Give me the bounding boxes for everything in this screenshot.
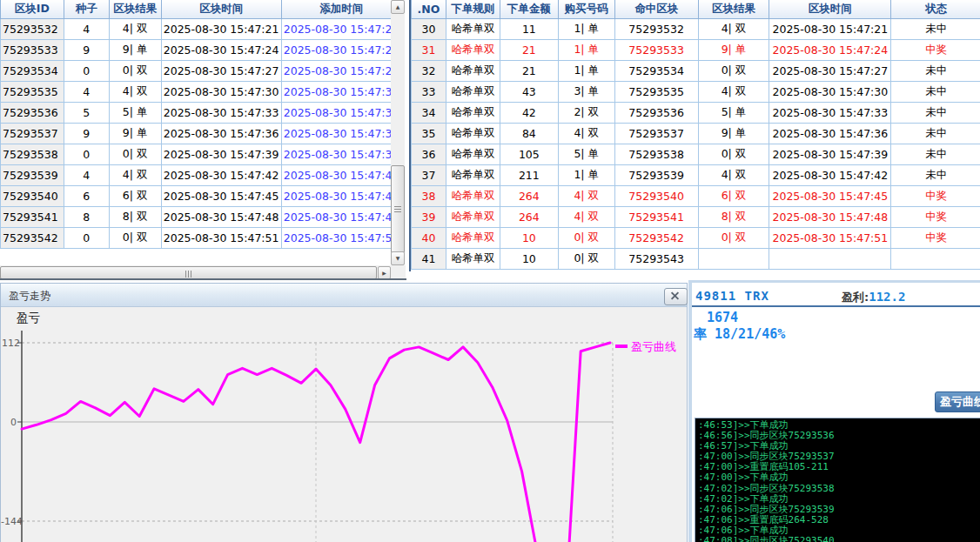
table-row[interactable]: 38哈希单双2644| 双752935406| 双2025-08-30 15:4…	[412, 186, 980, 207]
table-cell[interactable]: 2025-08-30 15:47:36	[769, 124, 891, 144]
table-row[interactable]: 39哈希单双2644| 双752935418| 双2025-08-30 15:4…	[412, 207, 980, 228]
table-cell[interactable]: 0| 双	[558, 249, 614, 270]
table-cell[interactable]: 105	[500, 144, 558, 165]
table-row[interactable]: 37哈希单双2111| 单752935394| 双2025-08-30 15:4…	[412, 165, 980, 186]
table-cell[interactable]: 2| 双	[558, 103, 614, 124]
table-cell[interactable]: 哈希单双	[446, 165, 500, 186]
table-cell[interactable]: 0| 双	[698, 61, 769, 82]
table-cell[interactable]: 2025-08-30 15:47:39	[769, 144, 891, 165]
table-cell[interactable]: 0| 双	[109, 144, 161, 165]
table-cell[interactable]: 2025-08-30 15:47:45	[161, 186, 281, 207]
table-cell[interactable]: 75293534	[1, 61, 64, 82]
table-cell[interactable]: 0| 双	[109, 228, 161, 249]
table-row[interactable]: 7529353944| 双2025-08-30 15:47:422025-08-…	[1, 165, 402, 186]
table-cell[interactable]: 4| 双	[558, 207, 614, 228]
table-cell[interactable]	[769, 249, 891, 270]
table-cell[interactable]: 4| 双	[109, 19, 161, 40]
table-row[interactable]: 32哈希单双211| 单752935340| 双2025-08-30 15:47…	[412, 61, 980, 82]
table-cell[interactable]: 37	[412, 165, 446, 186]
table-cell[interactable]: 4| 双	[558, 124, 614, 144]
table-row[interactable]: 35哈希单双844| 双752935379| 单2025-08-30 15:47…	[412, 124, 980, 144]
table-row[interactable]: 7529353244| 双2025-08-30 15:47:212025-08-…	[1, 19, 402, 40]
table-cell[interactable]: 21	[500, 61, 558, 82]
table-cell[interactable]: 2025-08-30 15:47:48	[161, 207, 281, 228]
profit-curve-button[interactable]: 盈亏曲线	[935, 391, 980, 412]
table-cell[interactable]: 75293537	[1, 124, 64, 144]
table-row[interactable]: 7529353655| 单2025-08-30 15:47:332025-08-…	[1, 103, 402, 124]
table-cell[interactable]: 2025-08-30 15:47:36	[161, 124, 281, 144]
table-cell[interactable]: 哈希单双	[446, 82, 500, 103]
table-cell[interactable]: 5	[64, 103, 109, 124]
table-cell[interactable]: 2025-08-30 15:47:30	[161, 82, 281, 103]
table-cell[interactable]: 2025-08-30 15:47:51	[281, 228, 401, 249]
table-cell[interactable]: 2025-08-30 15:47:42	[161, 165, 281, 186]
table-cell[interactable]: 中奖	[891, 207, 980, 228]
scroll-down-icon[interactable]: ▼	[391, 251, 405, 265]
table-row[interactable]: 7529354200| 双2025-08-30 15:47:512025-08-…	[1, 228, 402, 249]
table-cell[interactable]: 75293533	[614, 40, 698, 61]
table-cell[interactable]: 75293538	[614, 144, 698, 165]
table-cell[interactable]: 哈希单双	[446, 186, 500, 207]
table-cell[interactable]: 10	[500, 228, 558, 249]
vscroll-thumb[interactable]	[391, 165, 405, 253]
table-cell[interactable]: 2025-08-30 15:47:33	[769, 103, 891, 124]
table-row[interactable]: 41哈希单双100| 双75293543	[412, 249, 980, 270]
table-cell[interactable]: 75293539	[1, 165, 64, 186]
table-cell[interactable]: 2025-08-30 15:47:27	[769, 61, 891, 82]
close-icon[interactable]	[664, 288, 688, 305]
column-header[interactable]: 区块ID	[1, 0, 64, 19]
table-cell[interactable]: 21	[500, 40, 558, 61]
table-cell[interactable]: 75293543	[614, 249, 698, 270]
table-cell[interactable]: 2025-08-30 15:47:48	[769, 207, 891, 228]
table-cell[interactable]: 8| 双	[109, 207, 161, 228]
table-cell[interactable]: 41	[412, 249, 446, 270]
table-row[interactable]: 7529354188| 双2025-08-30 15:47:482025-08-…	[1, 207, 402, 228]
table-cell[interactable]: 0| 双	[558, 228, 614, 249]
table-cell[interactable]: 4| 双	[109, 165, 161, 186]
table-cell[interactable]: 4	[64, 19, 109, 40]
column-header[interactable]: 区块时间	[769, 0, 891, 19]
table-cell[interactable]: 264	[500, 207, 558, 228]
table-cell[interactable]: 1| 单	[558, 165, 614, 186]
table-cell[interactable]: 0| 双	[109, 61, 161, 82]
table-cell[interactable]: 2025-08-30 15:47:24	[161, 40, 281, 61]
table-cell[interactable]	[891, 249, 980, 270]
table-cell[interactable]: 75293538	[1, 144, 64, 165]
table-cell[interactable]: 哈希单双	[446, 124, 500, 144]
table-cell[interactable]: 75293532	[614, 19, 698, 40]
table-cell[interactable]: 35	[412, 124, 446, 144]
table-cell[interactable]: 8| 双	[698, 207, 769, 228]
table-cell[interactable]: 33	[412, 82, 446, 103]
table-cell[interactable]: 30	[412, 19, 446, 40]
table-cell[interactable]: 2025-08-30 15:47:39	[281, 144, 401, 165]
blocks-vscrollbar[interactable]: ▲ ▼	[391, 0, 405, 265]
table-cell[interactable]: 5| 单	[698, 103, 769, 124]
table-cell[interactable]: 3| 单	[558, 82, 614, 103]
table-cell[interactable]: 10	[500, 249, 558, 270]
table-cell[interactable]: 2025-08-30 15:47:49	[281, 207, 401, 228]
table-cell[interactable]: 2025-08-30 15:47:21	[161, 19, 281, 40]
table-cell[interactable]: 未中	[891, 144, 980, 165]
table-cell[interactable]: 哈希单双	[446, 249, 500, 270]
table-cell[interactable]: 1| 单	[558, 19, 614, 40]
table-cell[interactable]: 9	[64, 40, 109, 61]
table-row[interactable]: 7529353544| 双2025-08-30 15:47:302025-08-…	[1, 82, 402, 103]
table-cell[interactable]: 4| 双	[698, 19, 769, 40]
table-cell[interactable]: 4	[64, 165, 109, 186]
column-header[interactable]: 购买号码	[558, 0, 614, 19]
table-cell[interactable]: 4| 双	[698, 165, 769, 186]
table-cell[interactable]: 中奖	[891, 186, 980, 207]
table-cell[interactable]: 1| 单	[558, 61, 614, 82]
table-cell[interactable]: 2025-08-30 15:47:28	[281, 61, 401, 82]
table-cell[interactable]: 31	[412, 40, 446, 61]
table-cell[interactable]: 哈希单双	[446, 207, 500, 228]
table-cell[interactable]	[698, 249, 769, 270]
table-row[interactable]: 40哈希单双100| 双752935420| 双2025-08-30 15:47…	[412, 228, 980, 249]
table-row[interactable]: 34哈希单双422| 双752935365| 单2025-08-30 15:47…	[412, 103, 980, 124]
column-header[interactable]: 命中区块	[614, 0, 698, 19]
table-cell[interactable]: 0| 双	[698, 228, 769, 249]
table-cell[interactable]: 75293541	[614, 207, 698, 228]
table-cell[interactable]: 2025-08-30 15:47:30	[769, 82, 891, 103]
table-cell[interactable]: 0	[64, 228, 109, 249]
table-cell[interactable]: 2025-08-30 15:47:21	[769, 19, 891, 40]
